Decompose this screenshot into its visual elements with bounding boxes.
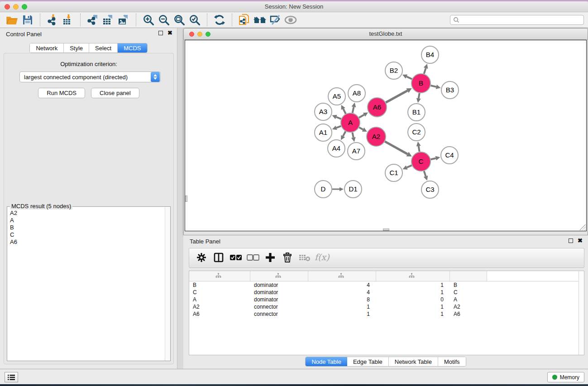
- close-panel-icon[interactable]: ✖: [167, 31, 172, 35]
- export-network-button[interactable]: [85, 14, 100, 26]
- edge-B-B4[interactable]: [424, 68, 426, 74]
- node-B4[interactable]: B4: [421, 46, 439, 63]
- cell[interactable]: C: [189, 289, 250, 296]
- node-B1[interactable]: B1: [408, 104, 425, 121]
- tab-select[interactable]: Select: [89, 43, 118, 52]
- cell[interactable]: 4: [308, 289, 376, 296]
- hide-labels-button[interactable]: [268, 14, 283, 26]
- node-A8[interactable]: A8: [348, 85, 365, 102]
- node-B2[interactable]: B2: [385, 62, 402, 79]
- resize-grip[interactable]: [580, 224, 586, 230]
- node-A6[interactable]: A6: [368, 98, 387, 117]
- node-A1[interactable]: A1: [315, 124, 332, 141]
- cell[interactable]: A2: [450, 303, 487, 310]
- cell[interactable]: dominator: [250, 289, 308, 296]
- memory-button[interactable]: Memory: [547, 372, 584, 382]
- select-all-button[interactable]: [228, 250, 244, 266]
- edge-A-A7[interactable]: [352, 133, 353, 138]
- column-header-predecessor-nodes[interactable]: [376, 271, 450, 281]
- network-canvas[interactable]: B4B2BB3A5A8A6A3B1AC2A1A2A4A7C4CC1C3DD1: [185, 40, 587, 231]
- edge-B-B3[interactable]: [430, 86, 436, 87]
- tab-style[interactable]: Style: [64, 43, 89, 52]
- node-B3[interactable]: B3: [441, 81, 459, 99]
- node-A2[interactable]: A2: [367, 127, 386, 146]
- edge-C-C2[interactable]: [419, 146, 420, 152]
- float-panel-icon[interactable]: [158, 31, 163, 35]
- zoom-fit-button[interactable]: [172, 14, 187, 26]
- result-item[interactable]: A2: [10, 210, 162, 217]
- column-header-name[interactable]: [450, 271, 487, 281]
- cell[interactable]: connector: [250, 310, 308, 318]
- result-item[interactable]: A: [10, 217, 162, 224]
- cell[interactable]: 0: [376, 296, 450, 303]
- edge-A-A5[interactable]: [343, 109, 346, 114]
- zoom-out-button[interactable]: [156, 14, 172, 26]
- search-box[interactable]: [450, 15, 584, 25]
- cell[interactable]: 1: [376, 281, 450, 289]
- float-table-panel-icon[interactable]: [569, 238, 573, 243]
- cell[interactable]: A6: [189, 310, 250, 318]
- edge-C-C3[interactable]: [424, 171, 426, 176]
- edge-A-A2[interactable]: [359, 128, 363, 130]
- result-item[interactable]: A6: [10, 238, 162, 246]
- result-item[interactable]: B: [10, 224, 162, 231]
- network-from-file-button[interactable]: [237, 14, 252, 26]
- zoom-selected-button[interactable]: [187, 14, 202, 26]
- cell[interactable]: 1: [376, 303, 450, 310]
- tab-network-table[interactable]: Network Table: [389, 357, 438, 366]
- criterion-dropdown[interactable]: largest connected component (directed): [19, 71, 161, 82]
- node-C[interactable]: C: [411, 152, 430, 171]
- node-A7[interactable]: A7: [348, 143, 365, 160]
- table-row[interactable]: A6connector11A6: [189, 310, 584, 318]
- table-row[interactable]: Adominator80A: [189, 296, 584, 303]
- tab-network[interactable]: Network: [30, 43, 64, 52]
- horizontal-scroll-thumb[interactable]: [383, 229, 389, 231]
- edge-A-A1[interactable]: [336, 126, 341, 128]
- cell[interactable]: connector: [250, 303, 308, 310]
- zoom-in-button[interactable]: [141, 14, 156, 26]
- node-C4[interactable]: C4: [441, 147, 458, 164]
- export-image-button[interactable]: [116, 14, 131, 26]
- edge-C-C4[interactable]: [430, 158, 435, 160]
- close-table-panel-icon[interactable]: ✖: [578, 238, 583, 243]
- run-mcds-button[interactable]: Run MCDS: [38, 88, 85, 98]
- delete-button[interactable]: [280, 250, 295, 266]
- tab-edge-table[interactable]: Edge Table: [347, 357, 389, 366]
- node-A5[interactable]: A5: [328, 88, 345, 105]
- table-row[interactable]: Cdominator41C: [189, 289, 584, 296]
- edge-A-A3[interactable]: [336, 117, 341, 119]
- node-D[interactable]: D: [315, 181, 332, 198]
- node-A3[interactable]: A3: [315, 103, 332, 120]
- cell[interactable]: 4: [308, 281, 376, 289]
- column-header-MCDS-role[interactable]: [250, 271, 308, 281]
- table-row[interactable]: Bdominator41B: [189, 281, 584, 289]
- search-input[interactable]: [459, 17, 583, 23]
- node-A4[interactable]: A4: [328, 140, 345, 157]
- edge-B-B2[interactable]: [406, 76, 412, 79]
- home-button[interactable]: [252, 14, 268, 26]
- node-B[interactable]: B: [411, 74, 430, 93]
- edge-C-C1[interactable]: [407, 165, 412, 167]
- edge-A2-C[interactable]: [385, 142, 407, 154]
- column-header-successor-nodes[interactable]: [308, 271, 376, 281]
- node-C1[interactable]: C1: [385, 164, 402, 181]
- save-session-button[interactable]: [20, 14, 35, 26]
- node-D1[interactable]: D1: [344, 181, 362, 198]
- tab-mcds[interactable]: MCDS: [118, 43, 147, 52]
- cell[interactable]: A: [189, 296, 250, 303]
- cell[interactable]: 1: [308, 310, 376, 318]
- table-scrollbar[interactable]: [578, 271, 584, 355]
- table-row[interactable]: A2connector11A2: [189, 303, 584, 310]
- cell[interactable]: B: [450, 281, 487, 289]
- cell[interactable]: 1: [376, 289, 450, 296]
- edge-A-A4[interactable]: [343, 131, 346, 136]
- tab-node-table[interactable]: Node Table: [306, 357, 347, 366]
- cell[interactable]: A2: [189, 303, 250, 310]
- edge-A-A8[interactable]: [353, 107, 354, 113]
- cell[interactable]: dominator: [250, 281, 308, 289]
- node-C3[interactable]: C3: [421, 181, 439, 198]
- apply-layout-button[interactable]: [212, 14, 227, 26]
- deselect-all-button[interactable]: [245, 250, 261, 266]
- result-scrollbar[interactable]: [165, 207, 170, 361]
- column-header-shared-name[interactable]: [189, 271, 250, 281]
